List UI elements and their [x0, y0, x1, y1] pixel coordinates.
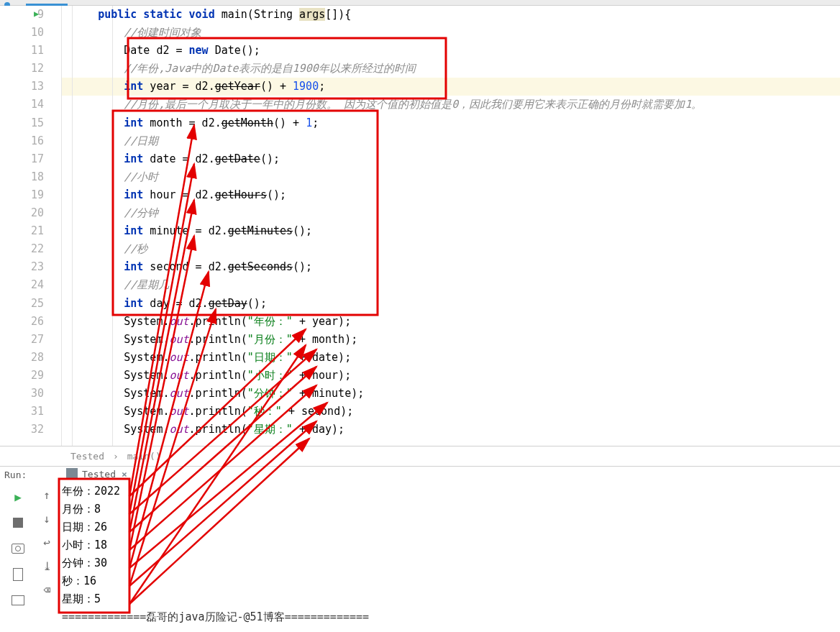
close-tab-icon[interactable]: ×	[122, 469, 127, 480]
line-number: 24	[0, 276, 44, 294]
code-line[interactable]: int hour = d2.getHours();	[72, 186, 840, 204]
up-arrow-icon[interactable]: ↑	[43, 488, 50, 502]
code-line[interactable]: //星期几	[72, 276, 840, 294]
line-number: 17	[0, 150, 44, 168]
line-number: 28	[0, 349, 44, 367]
clear-icon[interactable]: ⌫	[43, 583, 50, 597]
console-line: 分钟：30	[62, 554, 840, 572]
code-editor[interactable]: ▶ 9 10 11 12 13 14 15 16 17 18 19 20 21 …	[0, 6, 840, 446]
soft-wrap-icon[interactable]: ↩	[43, 536, 50, 549]
line-number: 25	[0, 295, 44, 313]
editor-tab-bar	[0, 0, 840, 6]
line-number: 32	[0, 421, 44, 439]
line-number: 10	[0, 24, 44, 42]
code-line[interactable]: //年份,Java中的Date表示的是自1900年以来所经过的时间	[72, 60, 840, 78]
run-toolbar-mid: ↑ ↓ ↩ ⤓ ⌫	[36, 467, 58, 626]
code-line[interactable]: System.out.println("年份：" + year);	[72, 313, 840, 331]
line-number: 12	[0, 60, 44, 78]
code-line[interactable]: Date d2 = new Date();	[72, 42, 840, 60]
code-line[interactable]: System.out.println("月份：" + month);	[72, 331, 840, 349]
line-number-gutter[interactable]: ▶ 9 10 11 12 13 14 15 16 17 18 19 20 21 …	[0, 6, 62, 446]
line-number: 21	[0, 222, 44, 240]
code-line[interactable]: //创建时间对象	[72, 24, 840, 42]
line-number: 26	[0, 313, 44, 331]
code-line[interactable]: int day = d2.getDay();	[72, 295, 840, 313]
code-line[interactable]: System.out.println("秒：" + second);	[72, 403, 840, 421]
layout-icon[interactable]	[9, 566, 27, 583]
console-line: 年份：2022	[62, 482, 840, 500]
line-number: 15	[0, 114, 44, 132]
line-number: 31	[0, 403, 44, 421]
line-number: 18	[0, 168, 44, 186]
line-number: 16	[0, 132, 44, 150]
run-tool-window[interactable]: Run: Tested × ▶ ↑ ↓ ↩ ⤓ ⌫ 年份：2022 月份：8 日…	[0, 466, 840, 626]
run-line-icon[interactable]: ▶	[34, 9, 39, 19]
scroll-to-end-icon[interactable]: ⤓	[42, 559, 52, 573]
code-line[interactable]: System.out.println("分钟：" + minute);	[72, 385, 840, 403]
line-number: 13	[0, 78, 44, 96]
console-footer: =============磊哥的java历险记-@51博客===========…	[62, 608, 840, 626]
run-toolbar-left: ▶	[0, 467, 36, 626]
line-number: 14	[0, 96, 44, 114]
console-line: 小时：18	[62, 536, 840, 554]
code-line[interactable]: //小时	[72, 168, 840, 186]
stop-icon[interactable]	[9, 514, 27, 531]
console-output[interactable]: 年份：2022 月份：8 日期：26 小时：18 分钟：30 秒：16 星期：5…	[58, 467, 840, 626]
code-line[interactable]: //日期	[72, 132, 840, 150]
run-config-icon	[66, 468, 78, 480]
code-line[interactable]: int month = d2.getMonth() + 1;	[72, 114, 840, 132]
line-number: 19	[0, 186, 44, 204]
line-number: 27	[0, 331, 44, 349]
rerun-icon[interactable]: ▶	[9, 488, 27, 505]
code-line[interactable]: System.out.println("小时：" + hour);	[72, 367, 840, 385]
run-config-name: Tested	[82, 469, 116, 480]
breadcrumb-item[interactable]: main()	[127, 451, 161, 462]
line-number: 11	[0, 42, 44, 60]
code-line[interactable]: public static void main(String args[]){	[72, 6, 840, 24]
code-area[interactable]: public static void main(String args[]){ …	[62, 6, 840, 446]
console-line: 月份：8	[62, 500, 840, 518]
code-line[interactable]: //秒	[72, 240, 840, 258]
breadcrumb[interactable]: Tested › main()	[0, 446, 840, 466]
console-line: 秒：16	[62, 572, 840, 590]
run-panel-title: Run:	[4, 470, 27, 480]
code-line[interactable]: int second = d2.getSeconds();	[72, 258, 840, 276]
code-line[interactable]: int year = d2.getYear() + 1900;	[72, 78, 840, 96]
console-line: 日期：26	[62, 518, 840, 536]
print-icon[interactable]	[9, 592, 27, 609]
code-line[interactable]: int minute = d2.getMinutes();	[72, 222, 840, 240]
breadcrumb-item[interactable]: Tested	[70, 451, 104, 462]
code-line[interactable]: int date = d2.getDate();	[72, 150, 840, 168]
chevron-right-icon: ›	[113, 451, 119, 462]
console-line: 星期：5	[62, 590, 840, 608]
down-arrow-icon[interactable]: ↓	[43, 512, 50, 526]
screenshot-icon[interactable]	[9, 540, 27, 557]
code-line[interactable]: //月份,最后一个月取决于一年中的月份数。 因为这个值的初始值是0，因此我们要用…	[72, 96, 840, 114]
code-line[interactable]: System.out.println("日期：" + date);	[72, 349, 840, 367]
line-number: 29	[0, 367, 44, 385]
line-number: 20	[0, 204, 44, 222]
line-number: 22	[0, 240, 44, 258]
code-line[interactable]: System.out.println("星期：" + day);	[72, 421, 840, 439]
line-number: 30	[0, 385, 44, 403]
code-line[interactable]: //分钟	[72, 204, 840, 222]
run-config-tab[interactable]: Tested ×	[66, 468, 127, 480]
line-number: 23	[0, 258, 44, 276]
